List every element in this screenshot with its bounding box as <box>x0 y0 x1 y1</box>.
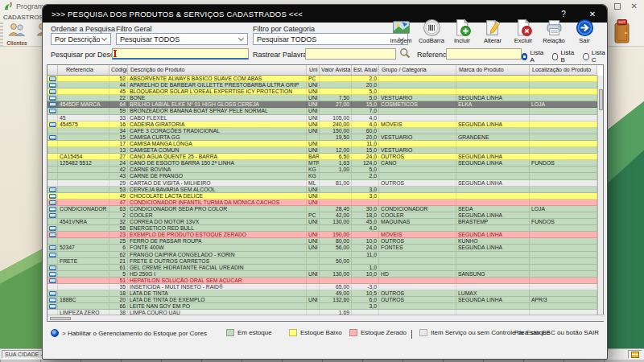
close-window-icon[interactable]: ✕ <box>631 3 638 10</box>
incluir-label: Incluir <box>448 37 476 44</box>
legend-enable[interactable]: > Habilitar o Gerenciamento do Estoque p… <box>51 329 207 337</box>
table-row[interactable]: 53 CERVEJA BAVARIA SEM ALCOOL UNI 3,0 <box>47 187 597 193</box>
table-row[interactable]: 59 BRONZEADOR BANANA BOAT SPRAY PELE NOR… <box>47 108 597 114</box>
product-image-icon <box>49 291 56 296</box>
product-image-icon <box>49 109 56 113</box>
table-row[interactable]: 52347 6 FONTE 400W UNI 56,00 24,0 FONTES… <box>47 245 597 251</box>
excluir-button[interactable]: Excluir <box>510 19 537 44</box>
table-row[interactable]: CA15454 27 CANO AGUA QUENTE 25 - BARRA B… <box>47 154 597 160</box>
cell-uni: UNI <box>307 271 320 277</box>
cell-valor-avista <box>320 225 352 231</box>
cell-codigo: 15 <box>109 134 128 140</box>
imagem-button[interactable]: Imagem <box>387 19 415 44</box>
exit-door-icon: EXIT <box>612 19 633 44</box>
table-row[interactable]: 188BC 20 LATA DE TINTA DE EXEMPLO UNI 13… <box>47 297 597 303</box>
cell-est-atual: 20,0 <box>352 82 379 88</box>
toolbar-button-label: Clientes <box>2 40 31 46</box>
cell-uni <box>307 303 320 309</box>
in-stock-label: Em estoque <box>237 329 272 336</box>
table-row[interactable]: 45 BLOQUEADOR SOLAR L'OREAL EXPERTISE IC… <box>47 88 597 95</box>
table-row[interactable]: 58 ENERGETICO RED BULL 4,0 <box>47 225 597 232</box>
table-row[interactable]: 51 HEPATILON SOLUÇÃO ORAL SEM AÇÚCAR <box>47 278 597 284</box>
horizontal-scrollbar-thumb[interactable] <box>50 317 71 320</box>
table-row[interactable]: 52 ABSORVENTE ALWAYS BÁSICO SUAVE COM AB… <box>47 76 597 82</box>
table-row[interactable]: 62 FRANGO CAIPIRA CONGELADO - KORIN 11,0 <box>47 252 597 258</box>
referencia-input[interactable] <box>446 48 522 60</box>
sair-button[interactable]: Sair <box>571 19 598 44</box>
toolbar-button-clientes[interactable]: Clientes <box>2 22 31 46</box>
cell-descricao: FERRO DE PASSAR ROUPA <box>128 238 307 244</box>
cell-est-atual: 15,0 <box>352 101 379 107</box>
cell-localizacao <box>530 265 597 270</box>
table-row[interactable]: CONDICIONADOR 63 CONDICIONADOR SEDA PRO … <box>47 206 597 212</box>
cell-grupo-categoria: CONDICIONADOR <box>379 206 456 212</box>
table-row[interactable]: 29 CARTAO DE VISITA - MILHEIRO ML 81,00 … <box>47 180 597 187</box>
rastrear-palavras-input[interactable] <box>305 48 396 60</box>
table-row[interactable]: 18 LATA DE TINTA 49,00 10,5 OUTROS LUMAX <box>47 290 597 297</box>
table-row[interactable]: 34 CAFE 3 CORAÇÕES TRADICIONAL UNI 150,0… <box>47 128 597 134</box>
header-codigo[interactable]: Código <box>109 65 128 75</box>
menu-cadastros[interactable]: CADASTROS <box>3 14 43 21</box>
alterar-button[interactable]: Alterar <box>479 19 506 44</box>
table-row[interactable]: 4541VNRA 32 CORREA DO MOTOR 13VX UNI 130… <box>47 219 597 225</box>
table-row[interactable]: 61 GEL CREME HIDRATANTE FACIAL UREADIN 1… <box>47 265 597 271</box>
vertical-scrollbar[interactable] <box>597 76 603 315</box>
table-row[interactable]: 2 COOLER PC 42,00 18,0 COOLER SEGUNDA LI… <box>47 212 597 219</box>
header-valor-avista[interactable]: Valor Avista <box>320 65 352 75</box>
cell-descricao: GEL CREME HIDRATANTE FACIAL UREADIN <box>128 265 307 270</box>
codbarra-button[interactable]: CodBarra <box>418 19 445 44</box>
table-row[interactable]: 22 BONE UNI 7,50 5,0 VESTUARIO SEGUNDA L… <box>47 95 597 101</box>
ordenar-combobox[interactable]: Por Descrição <box>51 33 111 45</box>
product-image-icon <box>49 135 56 140</box>
table-row[interactable]: 25 FERRO DE PASSAR ROUPA UNI 80,00 10,0 … <box>47 238 597 245</box>
pesquisar-descricao-input[interactable] <box>112 48 249 60</box>
cell-valor-avista: 6,50 <box>320 154 352 159</box>
radio-lista-b[interactable]: Lista B <box>552 49 576 64</box>
cell-est-atual: 5,0 <box>352 88 379 94</box>
table-row[interactable]: 43 CARNE DE FRANGO KG 2,0 <box>47 173 597 179</box>
cell-marca <box>456 147 530 153</box>
cell-codigo: 5 <box>109 271 128 277</box>
table-row[interactable]: 4545DF MARCA 64 BRILHO LABIAL ELKE Nº 01… <box>47 101 597 108</box>
alterar-label: Alterar <box>479 37 506 44</box>
table-row[interactable]: 17 CAMISA MANGA LONGA UNI 11,0 <box>47 141 597 147</box>
table-row[interactable]: 5 HD 250G I UNI 130,00 10,0 HD SANSUNG <box>47 271 597 278</box>
table-row[interactable]: 35 INSETICIDA - MULT INSETO - RAID® 65,0… <box>47 284 597 290</box>
radio-lista-a[interactable]: Lista A <box>522 49 545 64</box>
header-referencia[interactable]: Referencia <box>58 65 109 75</box>
table-row[interactable]: 454575 16 CADEIRA GIRATORIA UNI 240,00 4… <box>47 121 597 128</box>
header-localizacao[interactable]: Localização do Produto <box>530 65 597 75</box>
table-row[interactable]: 23 EXEMPLO DE PRODUTO ESTOQUE ZERADO UNI… <box>47 232 597 238</box>
cell-localizacao <box>530 252 597 257</box>
cell-marca <box>456 88 530 94</box>
statusbar-system-icon[interactable] <box>628 350 642 359</box>
horizontal-scrollbar[interactable] <box>47 315 605 321</box>
cell-referencia <box>58 141 109 146</box>
cell-codigo: 2 <box>109 212 128 218</box>
table-row[interactable]: 42 CARNE BOVINA KG 1,00 5,0 <box>47 167 597 173</box>
relacao-button[interactable]: Relação <box>540 19 568 44</box>
table-row[interactable]: 49 CHOCOLATE LACTA DELICE UNI 3,0 <box>47 193 597 200</box>
cell-uni: MTR <box>307 160 320 166</box>
radio-lista-c[interactable]: Lista C <box>583 49 607 64</box>
table-row[interactable]: 66 LEITE NAN SOY EM PO 3,0 <box>47 303 597 310</box>
incluir-button[interactable]: Incluir <box>448 19 476 44</box>
table-row[interactable]: 47 CONDICIONADOR INFANTIL TURMA DA MÔNIC… <box>47 200 597 206</box>
header-marca[interactable]: Marca do Produto <box>456 65 530 75</box>
cell-valor-avista <box>320 200 352 205</box>
table-row[interactable]: 125482 5512 24 CANO DE ESGOTO BARRA 150 … <box>47 160 597 167</box>
table-row[interactable]: FRETE 21 FRETE E OUTROS CARRETOS 50,00 <box>47 258 597 265</box>
table-row[interactable]: 13 CAMISETA COMUN UNI 12,00 15,0 VESTUAR… <box>47 147 597 154</box>
toolbar-button-exit-door[interactable]: EXIT <box>612 19 633 47</box>
filtro-categoria-combobox[interactable]: Pesquisar TODOS <box>253 33 408 45</box>
filtro-geral-combobox[interactable]: Pesquisar TODOS <box>116 33 248 45</box>
header-uni[interactable]: Uni <box>307 65 320 75</box>
table-row[interactable]: 45 33 CABO FLEXEL UNI 105,00 4,0 <box>47 115 597 121</box>
vertical-scrollbar-thumb[interactable] <box>599 89 603 110</box>
restore-window-icon[interactable] <box>614 3 621 10</box>
table-row[interactable]: 15 CAMISA CURTA GG 19,50 20,0 VESTUARIO … <box>47 134 597 141</box>
header-grupo-categoria[interactable]: Grupo / Categoria <box>379 65 456 75</box>
header-est-atual[interactable]: Est. Atual <box>352 65 379 75</box>
table-row[interactable]: 44 APARELHO DE BARBEAR GILLETTE PRESTOBA… <box>47 82 597 88</box>
header-descricao[interactable]: Descrição do Produto <box>128 65 307 75</box>
